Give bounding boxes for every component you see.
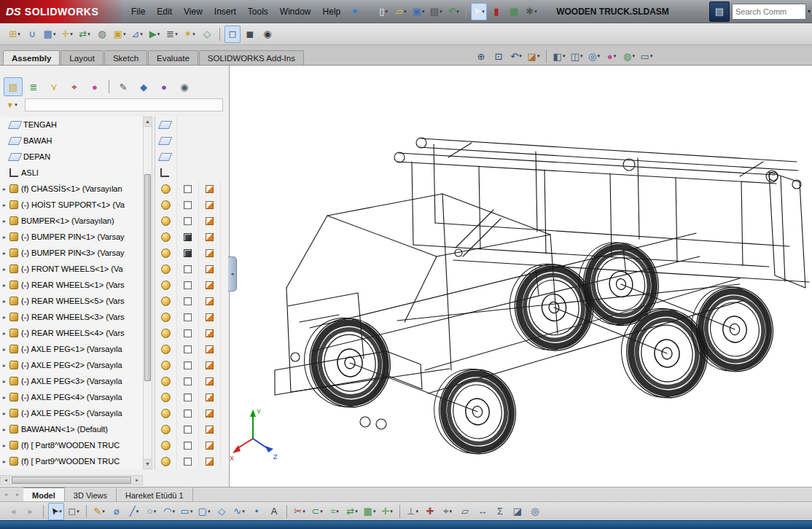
filter-input[interactable] [25,98,223,111]
display-pane-cell[interactable] [199,325,221,341]
evaluate-table-icon[interactable]: ▦ [506,3,522,20]
tree-item[interactable]: ▸(-) REAR WHEELS<5> (Vars [0,293,143,309]
display-pane-cell[interactable] [155,325,177,341]
convert-entities-icon[interactable]: ⊂▾ [309,503,325,520]
tb-prev-icon[interactable]: ◂ [5,503,21,520]
trim-entities-icon[interactable]: ✂▾ [292,503,308,520]
display-pane-cell[interactable] [199,277,221,293]
sketch-icon[interactable]: ✎▾ [91,503,107,520]
display-pane-cell[interactable] [177,421,199,437]
display-pane-cell[interactable] [155,309,177,325]
display-pane-row[interactable] [155,293,229,309]
arc-icon[interactable]: ◠▾ [161,503,177,520]
panel-collapse-handle[interactable]: ◂ [228,256,237,291]
tree-item[interactable]: BAWAH [0,133,143,149]
display-pane-row[interactable] [155,133,229,149]
tb-next-icon[interactable]: ▸ [23,503,39,520]
expand-arrow-icon[interactable]: ▸ [0,426,9,433]
linear-sketch-pattern-icon[interactable]: ▦▾ [362,503,378,520]
smart-fasteners-icon[interactable]: ✛▾ [59,26,75,43]
display-pane-row[interactable] [155,325,229,341]
display-pane-row[interactable] [155,437,229,453]
tree-item[interactable]: ▸(-) REAR WHEELS<1> (Vars [0,277,143,293]
search-dropdown-icon[interactable]: ▾ [808,8,811,15]
scroll-down-icon[interactable]: ▼ [144,459,152,469]
display-pane-cell[interactable] [177,389,199,405]
display-pane-cell[interactable] [199,389,221,405]
tree-item[interactable]: ▸(-) BUMPER PIN<3> (Varsay [0,245,143,261]
display-pane-row[interactable] [155,405,229,421]
instant3d-icon[interactable]: ◇ [199,26,215,43]
wireframe-display-icon[interactable]: ◻ [225,26,241,43]
display-pane-cell[interactable] [199,213,221,229]
tree-item[interactable]: ▸(f) [ Part9^WOODEN TRUC [0,453,143,469]
previous-view-icon[interactable]: ↶▾ [508,47,524,65]
mirror-entities-icon[interactable]: ⇄▾ [344,503,360,520]
menu-window[interactable]: Window [274,7,317,17]
pin-menu-icon[interactable]: ✦ [351,6,359,17]
display-pane-cell[interactable] [177,181,199,197]
tree-item[interactable]: ▸(-) REAR WHEELS<3> (Vars [0,309,143,325]
menu-edit[interactable]: Edit [151,7,178,17]
reference-plane-icon[interactable]: ▱ [457,503,473,520]
display-pane-cell[interactable] [155,437,177,453]
repair-sketch-icon[interactable]: ✚ [422,503,438,520]
display-pane-cell[interactable] [177,437,199,453]
slot-icon[interactable]: ▢▾ [196,503,212,520]
display-pane-cell[interactable] [177,357,199,373]
tree-horizontal-scrollbar[interactable]: ◂ ▸ [0,475,143,485]
reference-geometry-icon[interactable]: ⊿▾ [129,26,145,43]
move-entities-icon[interactable]: ✛▾ [379,503,395,520]
display-pane-row[interactable] [155,261,229,277]
hide-show-items-icon[interactable]: ◎▾ [586,47,602,65]
display-pane-cell[interactable] [199,309,221,325]
expand-arrow-icon[interactable]: ▸ [0,362,9,369]
display-pane-cell[interactable] [155,453,177,469]
expand-arrow-icon[interactable]: ▸ [0,442,9,449]
expand-arrow-icon[interactable]: ▸ [0,410,9,417]
smart-dimension-icon[interactable]: ⌀ [109,503,125,520]
mass-properties-icon[interactable]: Σ [492,503,508,520]
display-relations-icon[interactable]: ⊥▾ [405,503,421,520]
zoom-to-fit-icon[interactable]: ⊕ [473,47,489,65]
display-pane-cell[interactable] [155,165,177,181]
tab-scroll-left-icon[interactable]: ◂ [0,487,12,501]
assembly-features-icon[interactable]: ▣▾ [112,26,128,43]
display-pane-cell[interactable] [177,213,199,229]
display-pane-cell[interactable] [155,229,177,245]
display-pane-cell[interactable] [199,293,221,309]
expand-arrow-icon[interactable]: ▸ [0,378,9,385]
search-panel-icon[interactable]: ▤ [709,1,730,22]
tree-item[interactable]: DEPAN [0,149,143,165]
rectangle-icon[interactable]: ▭▾ [179,503,195,520]
circle-icon[interactable]: ○▾ [144,503,160,520]
expand-arrow-icon[interactable]: ▸ [0,202,9,208]
take-snapshot-icon[interactable]: ◉ [259,26,276,43]
menu-file[interactable]: File [125,7,151,17]
display-pane-cell[interactable] [177,325,199,341]
expand-arrow-icon[interactable]: ▸ [0,218,9,224]
expand-arrow-icon[interactable]: ▸ [0,282,9,289]
tree-item[interactable]: ▸(-) FRONT WHEELS<1> (Va [0,261,143,277]
display-pane-row[interactable] [155,277,229,293]
display-pane-cell[interactable] [199,405,221,421]
tree-item[interactable]: ▸(-) BUMPER PIN<1> (Varsay [0,229,143,245]
tree-item[interactable]: ASLI [0,165,143,181]
tree-item[interactable]: ▸(-) AXLE PEG<4> (Varsayıla [0,389,143,405]
display-pane-cell[interactable] [199,373,221,389]
tab-layout[interactable]: Layout [60,50,104,65]
display-pane-row[interactable] [155,389,229,405]
tree-item[interactable]: ▸(-) AXLE PEG<3> (Varsayıla [0,373,143,389]
section-view-icon[interactable]: ◪▾ [526,47,542,65]
display-pane-cell[interactable] [199,261,221,277]
expand-arrow-icon[interactable]: ▸ [0,234,9,240]
display-pane-cell[interactable] [199,357,221,373]
display-pane-row[interactable] [155,453,229,469]
display-pane-cell[interactable] [199,245,221,261]
bill-of-materials-icon[interactable]: ≣▾ [164,26,180,43]
display-pane-cell[interactable] [155,405,177,421]
menu-tools[interactable]: Tools [242,7,274,17]
display-pane-cell[interactable] [155,181,177,197]
select-tool-icon[interactable]: ➤▾ [48,503,64,520]
menu-help[interactable]: Help [317,7,347,17]
